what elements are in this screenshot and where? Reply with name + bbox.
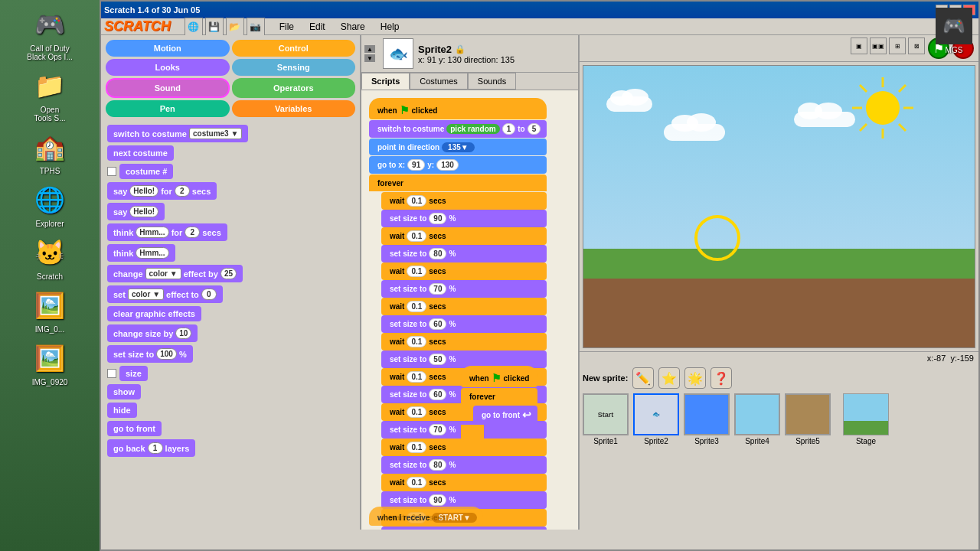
- sb-set-size-70[interactable]: set size to70%: [381, 280, 547, 298]
- stage-size-small-btn[interactable]: ▣: [851, 37, 867, 54]
- globe-icon-btn[interactable]: 🌐: [185, 18, 203, 36]
- new-sprite-camera-btn[interactable]: ❓: [710, 367, 732, 389]
- category-pen[interactable]: Pen: [106, 100, 230, 117]
- new-sprite-random-btn[interactable]: ⭐: [658, 367, 680, 389]
- menu-edit[interactable]: Edit: [302, 19, 332, 34]
- main-content: Motion Control Looks Sensing Sound Opera…: [101, 35, 978, 530]
- block-size-row: size: [107, 366, 354, 381]
- stage-size-normal-btn[interactable]: ▣▣: [870, 37, 887, 54]
- sb-wait-01-5[interactable]: wait0.1secs: [381, 333, 547, 350]
- stage-size-fullscreen-btn[interactable]: ⊠: [908, 37, 925, 54]
- menu-file[interactable]: File: [273, 19, 301, 34]
- category-sound[interactable]: Sound: [106, 78, 230, 98]
- category-sensing[interactable]: Sensing: [232, 59, 356, 76]
- block-go-back[interactable]: go back 1 layers: [107, 439, 195, 457]
- block-set-size[interactable]: set size to 100 %: [107, 345, 193, 363]
- new-sprite-paint-btn[interactable]: ✏️: [632, 367, 654, 389]
- sb-wait-01-4[interactable]: wait0.1secs: [381, 298, 547, 315]
- sprite-label-4: Sprite4: [745, 437, 769, 445]
- sb-switch-costume[interactable]: switch to costume pick random 1 to 5: [369, 120, 547, 138]
- folder-icon-btn[interactable]: 📂: [226, 18, 244, 36]
- desktop-icon-tools[interactable]: 📁 OpenTools S...: [6, 67, 93, 122]
- sb-forever[interactable]: forever: [369, 174, 547, 191]
- block-clear-effects[interactable]: clear graphic effects: [107, 306, 201, 321]
- script-area[interactable]: when ⚑ clicked switch to costume pick ra…: [361, 90, 578, 530]
- category-variables[interactable]: Variables: [232, 100, 356, 117]
- size-checkbox[interactable]: [107, 369, 116, 378]
- block-size[interactable]: size: [119, 366, 148, 381]
- sprite-label-5: Sprite5: [795, 437, 820, 445]
- new-sprite-file-btn[interactable]: 🌟: [684, 367, 706, 389]
- sprite-item-1[interactable]: Start Sprite1: [583, 393, 629, 445]
- category-operators[interactable]: Operators: [232, 78, 356, 98]
- stage-coord-x: -87: [933, 354, 946, 363]
- block-hide[interactable]: hide: [107, 403, 137, 418]
- menu-bar: SCRATCH 🌐 💾 📂 📷 File Edit Share Help: [101, 18, 978, 35]
- block-go-front[interactable]: go to front: [107, 421, 162, 436]
- sb-set-size-100[interactable]: set size to100%: [381, 527, 547, 530]
- sb-forever-2[interactable]: forever: [461, 388, 537, 405]
- save-icon-btn[interactable]: 💾: [205, 18, 224, 36]
- sb-when-receive[interactable]: when I receive START▼: [369, 507, 483, 526]
- block-say-hello-for[interactable]: say Hello! for 2 secs: [107, 182, 217, 200]
- desktop-icon-scratch[interactable]: 🐱 Scratch: [6, 234, 93, 281]
- category-looks[interactable]: Looks: [106, 59, 230, 76]
- block-costume-num[interactable]: costume #: [119, 164, 173, 179]
- desktop-icon-tphs[interactable]: 🏫 TPHS: [6, 129, 93, 175]
- sb-go-to-xy[interactable]: go to x: 91 y: 130: [369, 156, 547, 174]
- block-say-hello[interactable]: say Hello!: [107, 203, 165, 220]
- block-set-effect[interactable]: set color ▼ effect to 0: [107, 285, 223, 303]
- tab-sounds[interactable]: Sounds: [468, 73, 516, 90]
- tab-costumes[interactable]: Costumes: [410, 73, 468, 90]
- block-think-hmm[interactable]: think Hmm...: [107, 244, 175, 262]
- new-sprite-label: New sprite:: [583, 373, 628, 383]
- desktop-icon-img2[interactable]: 🖼️ IMG_0920: [6, 340, 93, 386]
- stage-size-large-btn[interactable]: ⊞: [889, 37, 906, 54]
- block-next-costume[interactable]: next costume: [107, 145, 174, 161]
- menu-help[interactable]: Help: [374, 19, 407, 34]
- costume-num-checkbox[interactable]: [107, 167, 116, 176]
- sprite-header: ▲ ▼ 🐟 Sprite2 🔒 x: 91: [361, 35, 578, 73]
- sprite-item-3[interactable]: Sprite3: [684, 393, 730, 445]
- sprite-item-stage[interactable]: Stage: [843, 393, 889, 445]
- menu-share[interactable]: Share: [334, 19, 372, 34]
- desktop-icon-mgs[interactable]: 🎮 MGS: [936, 8, 972, 54]
- sb-wait-01-2[interactable]: wait0.1secs: [381, 227, 547, 245]
- sb-wait-01-3[interactable]: wait0.1secs: [381, 262, 547, 280]
- tab-scripts[interactable]: Scripts: [361, 73, 410, 90]
- sprite-thumb-5: [785, 393, 831, 435]
- sb-set-size-80[interactable]: set size to80%: [381, 245, 547, 262]
- desktop-icon-cod[interactable]: 🎮 Call of DutyBlack Ops I...: [6, 6, 93, 61]
- sb-wait-01-1[interactable]: wait0.1secs: [381, 192, 547, 210]
- block-change-size[interactable]: change size by 10: [107, 324, 198, 342]
- forever-body: wait0.1secs set size to90% wait0.1secs s…: [381, 192, 547, 530]
- nav-up-arrow[interactable]: ▲: [364, 45, 375, 53]
- desktop-icon-explorer[interactable]: 🌐 Explorer: [6, 181, 93, 228]
- camera-icon-btn[interactable]: 📷: [247, 18, 265, 36]
- desktop: 🎮 Call of DutyBlack Ops I... 📁 OpenTools…: [0, 0, 980, 551]
- sb-wait-01-9[interactable]: wait0.1secs: [381, 474, 547, 491]
- title-bar-title: Scratch 1.4 of 30 Jun 05: [104, 5, 200, 15]
- script-tabs: Scripts Costumes Sounds: [361, 73, 578, 90]
- block-show[interactable]: show: [107, 384, 141, 399]
- desktop-icon-img1[interactable]: 🖼️ IMG_0...: [6, 287, 93, 334]
- category-control[interactable]: Control: [232, 40, 356, 57]
- mgs-label: MGS: [946, 46, 963, 54]
- scratch-window: Scratch 1.4 of 30 Jun 05 _ □ × SCRATCH 🌐…: [100, 0, 980, 551]
- block-think-hmm-for[interactable]: think Hmm... for 2 secs: [107, 223, 227, 241]
- script-when-clicked-2[interactable]: when ⚑ clicked: [461, 366, 537, 387]
- sb-point-direction[interactable]: point in direction 135▼: [369, 139, 547, 155]
- sprite-item-5[interactable]: Sprite5: [785, 393, 831, 445]
- sb-set-size-60a[interactable]: set size to60%: [381, 315, 547, 333]
- sb-go-to-front[interactable]: go to front ↩: [473, 406, 537, 424]
- sprite-item-4[interactable]: Sprite4: [734, 393, 780, 445]
- sprite-item-2[interactable]: 🐟 Sprite2: [633, 393, 679, 445]
- block-change-effect[interactable]: change color ▼ effect by 25: [107, 265, 243, 282]
- script-when-clicked-1[interactable]: when ⚑ clicked: [369, 98, 547, 119]
- block-switch-costume[interactable]: switch to costume costume3 ▼: [107, 125, 248, 142]
- nav-down-arrow[interactable]: ▼: [364, 54, 375, 62]
- sprite-thumb-2: 🐟: [633, 393, 679, 435]
- sb-set-size-90[interactable]: set size to90%: [381, 210, 547, 227]
- sb-set-size-80b[interactable]: set size to80%: [381, 456, 547, 474]
- category-motion[interactable]: Motion: [106, 40, 230, 57]
